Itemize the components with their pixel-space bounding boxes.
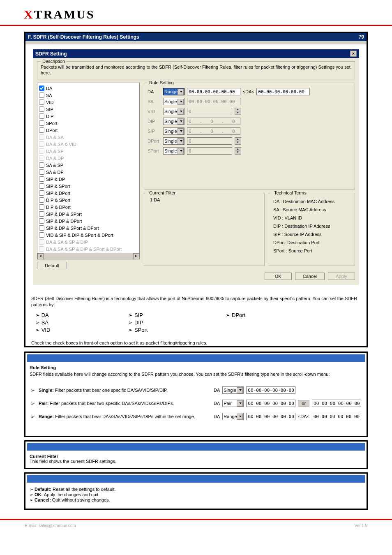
mode-select bbox=[163, 137, 184, 145]
divider bbox=[0, 519, 392, 520]
button-explain-item: ➢ Default: Reset all the settings to def… bbox=[30, 487, 362, 492]
pattern-checklist[interactable]: DA SA VID SIP DIP SPort DPort DA & SA DA… bbox=[37, 83, 140, 259]
example-mode[interactable] bbox=[222, 413, 244, 420]
term-item: VID : VLAN ID bbox=[273, 214, 350, 222]
current-filter-item: 1.DA bbox=[148, 196, 261, 204]
sdfr-dialog: SDFR Setting × Description Packets will … bbox=[33, 49, 359, 285]
brand-logo: XTRAMUS bbox=[0, 0, 392, 24]
rule-setting-explain-head bbox=[27, 354, 365, 362]
value-input[interactable] bbox=[187, 88, 240, 95]
bullet-item: DA bbox=[35, 312, 50, 318]
button-explain-item: ➢ Cancel: Quit without saving changes. bbox=[30, 497, 362, 503]
pattern-checkbox: DA & SA bbox=[38, 134, 138, 141]
description-text: Packets will be transmitted and monitore… bbox=[41, 64, 351, 76]
mode-select bbox=[163, 118, 184, 125]
footer-right: Ver.1.5 bbox=[355, 523, 367, 528]
mode-select[interactable] bbox=[163, 88, 184, 95]
term-item: DIP : Destination IP Address bbox=[273, 222, 350, 230]
apply-button[interactable]: Apply bbox=[328, 273, 355, 280]
scroll-right-icon[interactable]: ▸ bbox=[133, 253, 139, 259]
mode-select bbox=[163, 147, 184, 155]
rule-setting-group: Rule Setting DA≤DA≤SAVID▴▾DIPSIPDPort▴▾S… bbox=[144, 83, 355, 190]
value-input bbox=[187, 137, 232, 145]
pattern-checkbox[interactable]: SIP bbox=[38, 106, 138, 113]
pattern-checkbox[interactable]: SIP & SPort bbox=[38, 183, 138, 190]
example-value-2[interactable] bbox=[312, 400, 361, 407]
example-mode[interactable] bbox=[222, 386, 244, 394]
bullet-item: SA bbox=[35, 319, 50, 326]
ok-button[interactable]: OK bbox=[265, 273, 292, 280]
pattern-checkbox: DA & DP bbox=[38, 155, 138, 162]
pattern-checkbox[interactable]: DIP & SPort bbox=[38, 197, 138, 204]
pattern-checkbox[interactable]: SIP & DPort bbox=[38, 190, 138, 197]
term-item: DA : Destination MAC Address bbox=[273, 197, 350, 206]
spinner-icon: ▴▾ bbox=[235, 137, 241, 145]
pattern-checkbox[interactable]: SA & DP bbox=[38, 169, 138, 176]
value-input-2[interactable] bbox=[256, 88, 310, 95]
pattern-checkbox[interactable]: VID & SIP & DIP & SPort & DPort bbox=[38, 231, 138, 238]
dialog-title: SDFR Setting bbox=[35, 51, 67, 57]
rule-row-dport: DPort▴▾ bbox=[148, 137, 351, 145]
pattern-checkbox: DA & SP bbox=[38, 148, 138, 155]
button-explain-item: ➢ OK: Apply the changes and quit. bbox=[30, 492, 362, 497]
example-row: ➢Single: Filter packets that bear one sp… bbox=[30, 386, 362, 394]
pattern-checkbox[interactable]: DA bbox=[38, 85, 138, 92]
pattern-checkbox[interactable]: DIP bbox=[38, 113, 138, 120]
rule-row-dip: DIP bbox=[148, 118, 351, 125]
example-value-2[interactable] bbox=[312, 413, 361, 420]
pattern-checkbox: DA & SA & VID bbox=[38, 141, 138, 148]
cancel-button[interactable]: Cancel bbox=[295, 273, 325, 280]
bullet-item: VID bbox=[35, 327, 50, 333]
term-item: SIP : Source IP Address bbox=[273, 230, 350, 238]
current-filter-explain: Current FilterThis field shows the curre… bbox=[24, 440, 368, 469]
pattern-checkbox[interactable]: SA bbox=[38, 92, 138, 99]
value-input bbox=[187, 118, 240, 125]
rule-setting-explain: Rule Setting SDFR fields available here … bbox=[24, 352, 368, 437]
pattern-checkbox[interactable]: SIP & DP & SPort & DPort bbox=[38, 224, 138, 231]
pattern-checkbox[interactable]: SIP & DP & DPort bbox=[38, 217, 138, 224]
mode-select bbox=[163, 108, 184, 115]
h-scrollbar[interactable]: ◂ ▸ bbox=[37, 253, 139, 259]
term-item: DPort: Destination Port bbox=[273, 238, 350, 247]
footer-left: E-mail: sales@xtramus.com bbox=[25, 523, 76, 528]
current-filter-group: Current Filter 1.DA bbox=[144, 193, 265, 266]
spinner-icon: ▴▾ bbox=[235, 108, 241, 115]
divider bbox=[0, 25, 392, 26]
pattern-checkbox[interactable]: SA & SP bbox=[38, 162, 138, 169]
technical-terms-group: Technical Terms DA : Destination MAC Add… bbox=[269, 193, 355, 266]
example-value[interactable] bbox=[246, 386, 295, 394]
bullet-item: DPort bbox=[226, 312, 245, 318]
example-mode[interactable] bbox=[222, 400, 244, 407]
close-icon[interactable]: × bbox=[350, 51, 357, 57]
value-input bbox=[187, 108, 232, 115]
rule-row-vid: VID▴▾ bbox=[148, 108, 351, 115]
scroll-left-icon[interactable]: ◂ bbox=[37, 253, 44, 259]
value-input bbox=[187, 147, 232, 155]
default-button[interactable]: Default bbox=[37, 262, 67, 269]
mode-select bbox=[163, 127, 184, 135]
buttons-explain: ➢ Default: Reset all the settings to def… bbox=[24, 472, 368, 510]
term-item: SPort : Source Port bbox=[273, 247, 350, 255]
spinner-icon: ▴▾ bbox=[235, 147, 241, 155]
value-input bbox=[187, 98, 240, 105]
mode-select bbox=[163, 98, 184, 105]
value-input bbox=[187, 127, 240, 135]
pattern-checkbox[interactable]: SIP & DP bbox=[38, 176, 138, 183]
section-title: F. SDFR (Self-Discover Filtering Rules) … bbox=[28, 34, 139, 40]
pattern-checkbox[interactable]: SPort bbox=[38, 120, 138, 127]
pattern-checkbox[interactable]: DPort bbox=[38, 127, 138, 134]
bullet-item: DIP bbox=[128, 319, 148, 326]
description-group: Description Packets will be transmitted … bbox=[37, 61, 355, 79]
section-frame: F. SDFR (Self-Discover Filtering Rules) … bbox=[24, 32, 368, 347]
pattern-checkbox: DA & SA & SP & DIP & SPort & DPort bbox=[38, 245, 138, 252]
example-row: ➢Range: Filter packets that bear DAs/SAs… bbox=[30, 413, 362, 420]
example-row: ➢Pair: Filter packets that bear two spec… bbox=[30, 400, 362, 407]
example-value[interactable] bbox=[246, 413, 295, 420]
pattern-checkbox[interactable]: SIP & DP & SPort bbox=[38, 210, 138, 217]
example-value[interactable] bbox=[246, 400, 295, 407]
section-number: 79 bbox=[359, 34, 364, 40]
bullet-item: SPort bbox=[128, 327, 148, 333]
rule-row-sa: SA bbox=[148, 98, 351, 105]
pattern-checkbox[interactable]: VID bbox=[38, 99, 138, 106]
pattern-checkbox[interactable]: DIP & DPort bbox=[38, 204, 138, 210]
